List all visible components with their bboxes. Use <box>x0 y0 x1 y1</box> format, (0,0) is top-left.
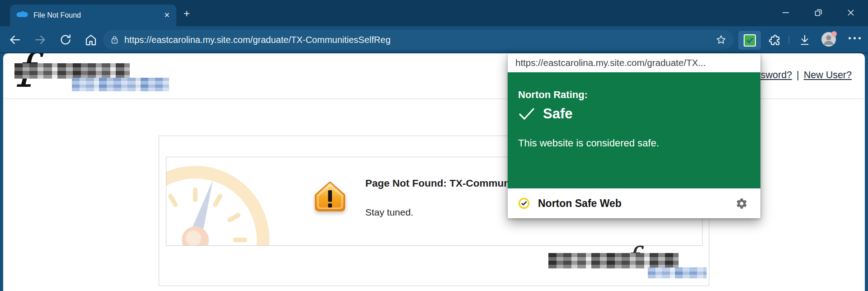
tab-close-icon[interactable]: ✕ <box>164 12 170 19</box>
redacted-logo-subtitle-mosaic <box>72 78 169 91</box>
popup-footer: Norton Safe Web <box>508 188 760 218</box>
tab-file-not-found[interactable]: File Not Found ✕ <box>10 5 176 26</box>
norton-extension-button[interactable] <box>738 31 761 50</box>
minimize-button[interactable] <box>769 0 802 25</box>
popup-brand-name: Norton Safe Web <box>538 197 622 210</box>
titlebar: File Not Found ✕ + <box>0 0 868 26</box>
close-window-button[interactable] <box>835 0 867 25</box>
settings-gear-button[interactable] <box>736 197 748 210</box>
favorite-star-icon[interactable] <box>716 34 726 45</box>
new-tab-button[interactable]: + <box>184 8 190 19</box>
profile-button[interactable] <box>821 32 836 47</box>
norton-safe-web-popup: https://eastcarolina.my.site.com/graduat… <box>508 53 760 218</box>
downloads-button[interactable] <box>797 33 812 48</box>
rating-message: This website is considered safe. <box>518 137 659 149</box>
norton-check-icon <box>744 34 756 47</box>
maximize-restore-button[interactable] <box>802 0 835 25</box>
salesforce-cloud-favicon-icon <box>16 11 28 20</box>
warning-icon <box>314 181 346 215</box>
error-page-subtitle: Stay tuned. <box>365 207 413 218</box>
home-button[interactable] <box>83 32 99 47</box>
browser-window: File Not Found ✕ + <box>0 0 868 291</box>
popup-url: https://eastcarolina.my.site.com/graduat… <box>508 53 760 72</box>
norton-badge-icon <box>518 197 530 209</box>
compass-image <box>166 157 305 246</box>
redacted-signature-mosaic <box>548 253 679 268</box>
toolbar-divider <box>789 36 789 44</box>
safe-check-icon <box>518 107 535 121</box>
rating-label: Norton Rating: <box>518 89 588 101</box>
refresh-button[interactable] <box>58 32 73 47</box>
back-button[interactable] <box>7 32 23 47</box>
toolbar: https://eastcarolina.my.site.com/graduat… <box>0 26 868 53</box>
address-bar[interactable]: https://eastcarolina.my.site.com/graduat… <box>103 30 734 50</box>
window-controls <box>769 0 867 25</box>
rating-value: Safe <box>543 106 572 122</box>
url-text: https://eastcarolina.my.site.com/graduat… <box>124 35 391 45</box>
lock-icon[interactable] <box>110 35 119 45</box>
redacted-logo-mosaic <box>14 63 130 79</box>
links-separator: | <box>797 70 799 80</box>
new-user-link[interactable]: New User? <box>804 70 852 80</box>
settings-more-button[interactable] <box>844 37 864 39</box>
popup-rating-section: Norton Rating: Safe This website is cons… <box>508 72 760 188</box>
forward-button[interactable] <box>33 32 48 47</box>
extensions-puzzle-button[interactable] <box>767 33 783 48</box>
notification-dot <box>831 31 837 37</box>
tab-title: File Not Found <box>33 11 81 19</box>
redacted-signature-link-mosaic <box>648 268 707 278</box>
